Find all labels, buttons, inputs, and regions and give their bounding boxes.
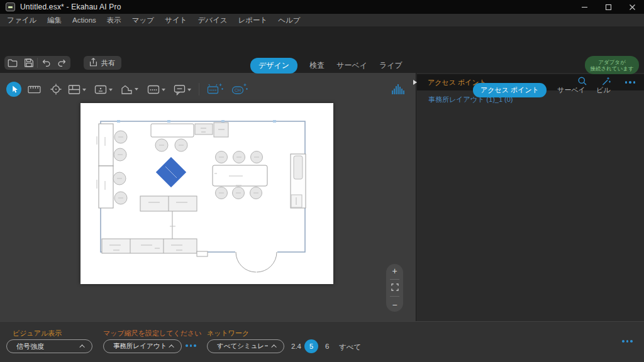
whiteboard (151, 124, 194, 137)
map-value: 事務所レイアウト (1)_1 (113, 342, 165, 351)
menu-site[interactable]: サイト (165, 16, 187, 25)
network-label: ネットワーク (207, 329, 249, 338)
app-icon (6, 3, 15, 11)
zoom-fit-button[interactable] (386, 283, 403, 292)
floorplan-drawing (80, 103, 333, 284)
visualization-label: ビジュアル表示 (13, 329, 62, 338)
auto-channel-plan-button[interactable]: CH (231, 82, 248, 96)
close-button[interactable] (620, 0, 644, 14)
menubar: ファイル 編集 Actions 表示 マップ サイト デバイス レポート ヘルプ (0, 14, 644, 26)
undo-button[interactable] (38, 56, 54, 70)
wall-area-icon (121, 84, 133, 95)
tab-survey[interactable]: サーベイ (336, 60, 367, 71)
map-canvas[interactable]: + − (0, 73, 416, 321)
zoom-controls: + − (386, 264, 403, 312)
menu-view[interactable]: 表示 (107, 16, 121, 25)
save-project-button[interactable] (21, 56, 37, 70)
map-scale-warning-label: マップ縮尺を設定してください (103, 329, 202, 338)
right-unit (291, 154, 306, 208)
tab-building[interactable]: ビル (596, 85, 611, 95)
tab-access-points[interactable]: アクセス ポイント (473, 83, 547, 97)
chevron-down-icon (135, 88, 138, 90)
ekahau-app-window: Untitled.esx* - Ekahau AI Pro ファイル 編集 Ac… (0, 0, 644, 362)
wall-bump (197, 251, 208, 256)
adapter-status-line1: アダプタが (598, 59, 626, 65)
share-icon (88, 57, 98, 70)
tab-design[interactable]: デザイン (250, 58, 297, 74)
simulated-ap-icon (147, 85, 160, 94)
share-button[interactable]: 共有 (84, 56, 121, 70)
svg-text:CH: CH (235, 88, 241, 92)
bottom-cabinets (102, 239, 197, 253)
right-panel-tabs: アクセス ポイント サーベイ ビル (473, 83, 610, 97)
visualization-value: 信号強度 (16, 342, 44, 351)
chevron-up-icon (79, 344, 84, 349)
chevron-down-icon (109, 89, 113, 91)
auto-channel-sparkle-icon: CH (231, 82, 248, 96)
network-value: すべてシミュレート... (217, 342, 268, 351)
chevron-down-icon (162, 89, 165, 91)
histogram-icon (391, 83, 406, 95)
ruler-icon (28, 84, 41, 95)
tab-live[interactable]: ライブ (379, 60, 402, 71)
auto-ap-sparkle-icon (207, 82, 224, 96)
map-more-options-icon[interactable] (186, 344, 196, 347)
wall-drawing-tool-button[interactable] (121, 84, 138, 95)
window-title: Untitled.esx* - Ekahau AI Pro (20, 3, 121, 11)
band-6-button[interactable]: 6 (325, 343, 329, 350)
room-walls (101, 121, 305, 252)
cursor-icon (9, 84, 19, 94)
minimize-button[interactable] (572, 0, 596, 14)
network-select[interactable]: すべてシミュレート... (207, 339, 284, 353)
chevron-down-icon (82, 89, 86, 91)
toolbar-separator (199, 83, 199, 96)
visualization-select[interactable]: 信号強度 (6, 339, 92, 353)
open-project-button[interactable] (4, 56, 21, 70)
auto-ap-placement-button[interactable] (207, 82, 224, 96)
tab-inspect[interactable]: 検査 (309, 60, 325, 71)
histogram-panel-button[interactable] (391, 83, 406, 95)
menu-reports[interactable]: レポート (238, 16, 268, 25)
menu-actions[interactable]: Actions (72, 16, 96, 24)
fit-to-screen-icon (391, 283, 399, 291)
share-label: 共有 (101, 58, 115, 68)
bottom-more-options-icon[interactable] (622, 340, 633, 343)
left-cabinets (99, 124, 113, 208)
floors-tool-button[interactable] (68, 84, 86, 95)
measure-tool-button[interactable] (28, 84, 41, 95)
blue-desk-object (156, 157, 186, 187)
access-points-panel: アクセス ポイント 事務所レイアウト (1)_1 (0) (416, 73, 644, 321)
toolbar-band: 共有 デザイン 検査 サーベイ ライブ アダプタが 接続されています (0, 26, 644, 73)
maximize-button[interactable] (596, 0, 620, 14)
band-all-button[interactable]: すべて (339, 343, 361, 352)
zoom-in-button[interactable]: + (386, 266, 403, 275)
simulated-ap-tool-button[interactable] (147, 85, 165, 94)
crosshair-icon (50, 83, 62, 96)
file-button-group (4, 56, 70, 70)
panel-collapse-arrow[interactable] (413, 80, 417, 85)
floors-icon (68, 84, 80, 95)
redo-button[interactable] (54, 56, 70, 70)
bottom-bar: ビジュアル表示 信号強度 マップ縮尺を設定してください 事務所レイアウト (1)… (0, 321, 644, 362)
menu-map[interactable]: マップ (132, 16, 154, 25)
panel-more-options-icon[interactable] (625, 81, 636, 84)
menu-help[interactable]: ヘルプ (278, 16, 300, 25)
map-select[interactable]: 事務所レイアウト (1)_1 (103, 339, 182, 353)
calibrate-tool-button[interactable] (50, 83, 62, 96)
band-2-4-button[interactable]: 2.4 (291, 343, 301, 350)
mode-tabs: デザイン 検査 サーベイ ライブ (250, 58, 402, 74)
tab-survey-panel[interactable]: サーベイ (557, 85, 586, 95)
zoom-out-button[interactable]: − (386, 300, 403, 309)
menu-file[interactable]: ファイル (7, 16, 36, 25)
note-tool-button[interactable] (174, 84, 191, 96)
band-5-button[interactable]: 5 (304, 339, 318, 353)
shelf-small (195, 124, 213, 134)
select-tool-button[interactable] (6, 82, 21, 97)
note-bubble-icon (174, 84, 186, 96)
chevron-up-icon (169, 344, 174, 349)
floorplan-page[interactable] (80, 103, 333, 284)
adapter-status-badge[interactable]: アダプタが 接続されています (585, 56, 639, 74)
menu-devices[interactable]: デバイス (197, 16, 227, 25)
access-point-tool-button[interactable] (94, 85, 113, 94)
menu-edit[interactable]: 編集 (47, 16, 62, 25)
